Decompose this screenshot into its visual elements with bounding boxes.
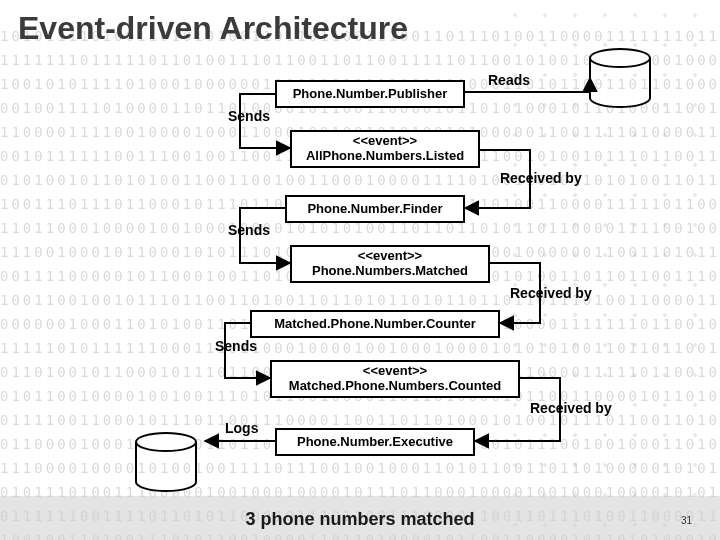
database-top <box>584 48 656 110</box>
database-bottom <box>130 432 202 494</box>
node-finder: Phone.Number.Finder <box>285 195 465 223</box>
node-publisher: Phone.Number.Publisher <box>275 80 465 108</box>
label-logs: Logs <box>225 420 258 436</box>
stereotype-label: <<event>> <box>363 364 427 379</box>
stereotype-label: <<event>> <box>353 134 417 149</box>
node-publisher-label: Phone.Number.Publisher <box>293 87 448 102</box>
node-event-counted: <<event>> Matched.Phone.Numbers.Counted <box>270 360 520 398</box>
page-number: 31 <box>681 515 692 526</box>
stereotype-label: <<event>> <box>358 249 422 264</box>
node-event-all-listed: <<event>> AllPhone.Numbers.Listed <box>290 130 480 168</box>
node-counter: Matched.Phone.Number.Counter <box>250 310 500 338</box>
footer-text: 3 phone numbers matched <box>245 509 474 530</box>
label-sends-3: Sends <box>215 338 257 354</box>
svg-point-1 <box>136 433 196 451</box>
svg-point-0 <box>590 49 650 67</box>
label-received-3: Received by <box>530 400 612 416</box>
node-event-matched: <<event>> Phone.Numbers.Matched <box>290 245 490 283</box>
label-reads: Reads <box>488 72 530 88</box>
node-executive-label: Phone.Number.Executive <box>297 435 453 450</box>
node-event-all-listed-label: AllPhone.Numbers.Listed <box>306 149 464 164</box>
label-sends-1: Sends <box>228 108 270 124</box>
node-counter-label: Matched.Phone.Number.Counter <box>274 317 476 332</box>
label-received-2: Received by <box>510 285 592 301</box>
label-sends-2: Sends <box>228 222 270 238</box>
node-finder-label: Phone.Number.Finder <box>307 202 442 217</box>
node-executive: Phone.Number.Executive <box>275 428 475 456</box>
slide-title: Event-driven Architecture <box>18 10 408 47</box>
node-event-matched-label: Phone.Numbers.Matched <box>312 264 468 279</box>
label-received-1: Received by <box>500 170 582 186</box>
node-event-counted-label: Matched.Phone.Numbers.Counted <box>289 379 501 394</box>
